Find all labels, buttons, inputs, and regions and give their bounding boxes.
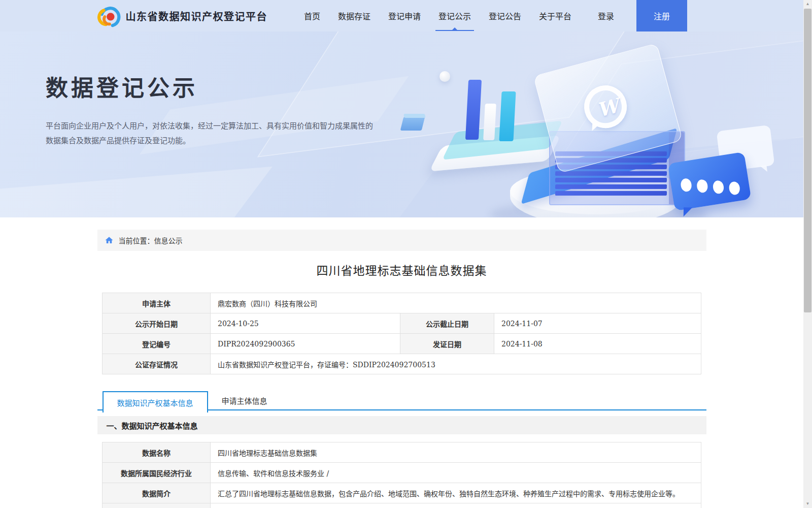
summary-table: 申请主体 鼎宏数商（四川）科技有限公司 公示开始日期 2024-10-25 公示… (102, 293, 701, 374)
login-link[interactable]: 登录 (598, 10, 614, 22)
table-row: 数据所属国民经济行业 信息传输、软件和信息技术服务业 / (103, 463, 701, 483)
data-summary-label: 数据简介 (103, 483, 211, 503)
bubble-dot (712, 180, 725, 195)
notary-label: 公证存证情况 (103, 354, 211, 374)
industry-value: 信息传输、软件和信息技术服务业 / (211, 463, 701, 483)
registration-no-value: DIPR2024092900365 (211, 334, 400, 354)
scroll-up-arrow-icon[interactable]: ▲ (803, 0, 812, 8)
table-row: 登记编号 DIPR2024092900365 发证日期 2024-11-08 (103, 334, 701, 354)
applicant-value: 鼎宏数商（四川）科技有限公司 (211, 293, 701, 313)
register-button[interactable]: 注册 (636, 0, 687, 31)
registration-no-label: 登记编号 (103, 334, 211, 354)
breadcrumb-current: 信息公示 (154, 235, 183, 245)
main-nav: 首页 数据存证 登记申请 登记公示 登记公告 关于平台 (304, 0, 571, 31)
scroll-down-arrow-icon[interactable]: ▼ (803, 500, 812, 508)
table-row: 公示开始日期 2024-10-25 公示截止日期 2024-11-07 (103, 313, 701, 334)
scrollbar-thumb[interactable] (804, 9, 811, 312)
nav-item-home[interactable]: 首页 (304, 0, 320, 31)
table-row: 数据简介 汇总了四川省地理标志基础信息数据，包含产品介绍、地域范围、确权年份、独… (103, 483, 701, 503)
table-row-clipped (103, 503, 701, 508)
nav-item-about-platform[interactable]: 关于平台 (539, 0, 571, 31)
bubble-dot (728, 181, 741, 196)
main-content: 当前位置： 信息公示 四川省地理标志基础信息数据集 申请主体 鼎宏数商（四川）科… (0, 217, 803, 508)
home-icon[interactable] (105, 236, 114, 245)
bar-chart-decor (483, 104, 496, 140)
data-name-label: 数据名称 (103, 442, 211, 463)
tab-applicant-info[interactable]: 申请主体信息 (208, 391, 281, 409)
publicity-end-label: 公示截止日期 (400, 313, 494, 334)
hero-title: 数据登记公示 (46, 70, 373, 103)
table-row: 数据名称 四川省地理标志基础信息数据集 (103, 442, 701, 463)
site-header: 山东省数据知识产权登记平台 首页 数据存证 登记申请 登记公示 登记公告 关于平… (0, 0, 803, 31)
data-summary-value: 汇总了四川省地理标志基础信息数据，包含产品介绍、地域范围、确权年份、独特自然生态… (211, 483, 701, 503)
page-title: 四川省地理标志基础信息数据集 (97, 263, 706, 278)
bubble-dot (696, 179, 708, 194)
nav-item-registration-announcement[interactable]: 登记公告 (489, 0, 521, 31)
notary-value: 山东省数据知识产权登记平台，存证编号：SDDIP2024092700513 (211, 354, 701, 374)
brand-title: 山东省数据知识产权登记平台 (126, 9, 268, 23)
sphere-decor (439, 71, 450, 82)
breadcrumb-prefix: 当前位置： (119, 235, 154, 245)
table-row: 申请主体 鼎宏数商（四川）科技有限公司 (103, 293, 701, 313)
applicant-label: 申请主体 (103, 293, 211, 313)
data-name-value: 四川省地理标志基础信息数据集 (211, 442, 701, 463)
nav-item-registration-publicity[interactable]: 登记公示 (438, 0, 471, 31)
publicity-start-label: 公示开始日期 (103, 313, 211, 334)
industry-label: 数据所属国民经济行业 (103, 463, 211, 483)
nav-item-data-deposit[interactable]: 数据存证 (338, 0, 370, 31)
vertical-scrollbar[interactable]: ▲ ▼ (803, 0, 812, 508)
section-title: 一、数据知识产权基本信息 (97, 416, 706, 434)
tab-data-ip-basic-info[interactable]: 数据知识产权基本信息 (103, 391, 208, 412)
basic-info-table: 数据名称 四川省地理标志基础信息数据集 数据所属国民经济行业 信息传输、软件和信… (102, 442, 701, 508)
issue-date-value: 2024-11-08 (494, 334, 701, 354)
issue-date-label: 发证日期 (400, 334, 494, 354)
nav-item-registration-apply[interactable]: 登记申请 (388, 0, 421, 31)
brand: 山东省数据知识产权登记平台 (97, 4, 268, 27)
breadcrumb: 当前位置： 信息公示 (97, 230, 706, 251)
brand-logo-icon (97, 4, 121, 27)
hero-banner: W 数据登记公示 平台面向企业用户及个人用户，对依法收集，经过一定算法加工、具有… (0, 31, 803, 217)
cube-decor (400, 117, 425, 131)
bubble-dot (680, 178, 693, 193)
tab-bar: 数据知识产权基本信息 申请主体信息 (97, 391, 706, 410)
publicity-end-value: 2024-11-07 (494, 313, 701, 334)
publicity-start-value: 2024-10-25 (211, 313, 400, 334)
hero-description: 平台面向企业用户及个人用户，对依法收集，经过一定算法加工、具有实用价值和智力成果… (46, 119, 373, 148)
bar-chart-decor (499, 91, 516, 141)
table-row: 公证存证情况 山东省数据知识产权登记平台，存证编号：SDDIP202409270… (103, 354, 701, 374)
